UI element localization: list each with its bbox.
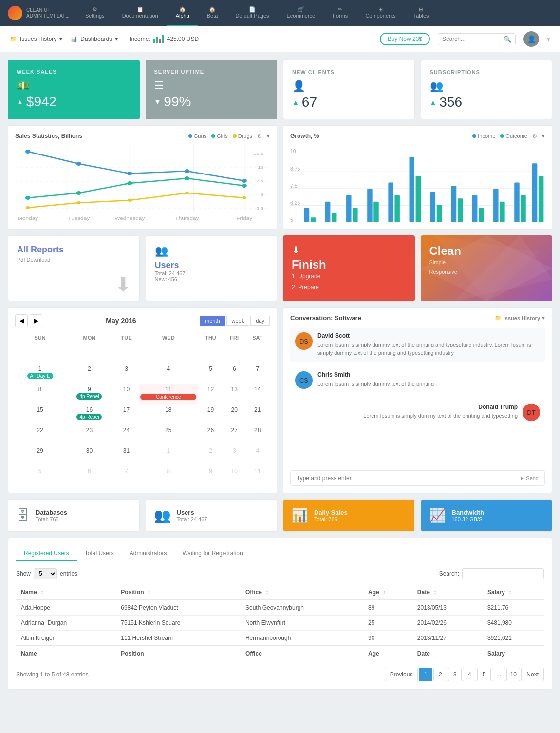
calendar-day[interactable]: 24 <box>114 424 139 445</box>
logo[interactable]: CLEAN UI ADMIN TEMPLATE <box>0 6 76 20</box>
calendar-day[interactable]: 6 <box>65 465 113 486</box>
calendar-day-view-button[interactable]: day <box>250 316 270 326</box>
nav-documentation[interactable]: 📋 Documentation <box>113 0 167 26</box>
calendar-day[interactable]: 13 <box>224 384 245 404</box>
calendar-day[interactable]: 21 <box>245 404 270 424</box>
calendar-day[interactable]: 7 <box>245 363 270 384</box>
calendar-day[interactable]: 22 <box>15 424 65 445</box>
nav-forms[interactable]: ✏ Forms <box>324 0 356 26</box>
col-position[interactable]: Position ↕ <box>116 585 241 600</box>
col-age[interactable]: Age ↕ <box>363 585 412 600</box>
buy-now-button[interactable]: Buy Now 23$ <box>380 33 430 45</box>
nav-settings[interactable]: ⚙ Settings <box>76 0 113 26</box>
show-entries-control: Show 5 10 25 entries <box>16 568 77 579</box>
calendar-month-view-button[interactable]: month <box>200 316 225 326</box>
nav-components[interactable]: ⊞ Components <box>356 0 404 26</box>
avatar[interactable]: 👤 <box>523 31 539 47</box>
calendar-day[interactable]: 94p Repei <box>65 384 113 404</box>
page-4-button[interactable]: 4 <box>463 668 476 681</box>
entries-select[interactable]: 5 10 25 <box>34 568 57 579</box>
nav-default-pages[interactable]: 📄 Default Pages <box>226 0 278 26</box>
page-10-button[interactable]: 10 <box>506 668 520 681</box>
calendar-day[interactable]: 11 <box>245 465 270 486</box>
page-2-button[interactable]: 2 <box>433 668 447 681</box>
calendar-day[interactable]: 5 <box>198 363 224 384</box>
calendar-day[interactable]: 17 <box>114 404 139 424</box>
send-button[interactable]: ➤ Send <box>520 475 539 482</box>
page-1-button[interactable]: 1 <box>419 668 432 681</box>
calendar-day[interactable]: 5 <box>15 465 65 486</box>
calendar-day[interactable]: 8 <box>139 465 198 486</box>
calendar-day[interactable]: 10 <box>224 465 245 486</box>
calendar-day[interactable]: 8 <box>15 384 65 404</box>
sort-icon: ↕ <box>265 589 268 596</box>
calendar-day[interactable]: 3 <box>224 445 245 465</box>
page-3-button[interactable]: 3 <box>448 668 462 681</box>
nav-alpha[interactable]: 🏠 Alpha <box>167 0 198 26</box>
calendar-day[interactable]: 19 <box>198 404 224 424</box>
avatar: CS <box>295 371 313 389</box>
calendar-day[interactable]: 20 <box>224 404 245 424</box>
calendar-day[interactable]: 26 <box>198 424 224 445</box>
calendar-day[interactable]: 1 <box>139 445 198 465</box>
tab-waiting-registration[interactable]: Waiting for Registration <box>174 546 250 561</box>
calendar-day[interactable]: 15 <box>15 404 65 424</box>
col-name[interactable]: Name ↕ <box>16 585 116 600</box>
calendar-day[interactable]: 28 <box>245 424 270 445</box>
calendar-day[interactable]: 12 <box>198 384 224 404</box>
calendar-day[interactable]: 11Conference <box>139 384 198 404</box>
svg-rect-55 <box>416 176 421 222</box>
calendar-day[interactable]: 4 <box>245 445 270 465</box>
widgets-row: All Reports Pdf Download ⬇ 👥 Users Total… <box>8 235 552 301</box>
svg-rect-48 <box>346 195 351 222</box>
svg-point-21 <box>128 199 131 202</box>
svg-rect-60 <box>472 195 477 222</box>
svg-text:10: 10 <box>290 149 296 154</box>
settings-icon[interactable]: ⚙ <box>257 133 262 139</box>
col-date[interactable]: Date ↕ <box>412 585 483 600</box>
calendar-day[interactable]: 4 <box>139 363 198 384</box>
calendar-day[interactable]: 6 <box>224 363 245 384</box>
nav-beta[interactable]: 🏠 Beta <box>198 0 227 26</box>
page-5-button[interactable]: 5 <box>477 668 491 681</box>
calendar-day[interactable]: 23 <box>65 424 113 445</box>
calendar-day[interactable]: 7 <box>114 465 139 486</box>
calendar-day[interactable]: 14 <box>245 384 270 404</box>
page-ellipsis[interactable]: ... <box>492 668 505 681</box>
calendar-day[interactable]: 29 <box>15 445 65 465</box>
tab-administrators[interactable]: Administrators <box>122 546 175 561</box>
calendar-day[interactable]: 25 <box>139 424 198 445</box>
users-widget: 👥 Users Total: 24 467 New: 456 <box>146 235 278 301</box>
chat-history-button[interactable]: 📁 Issues History ▾ <box>495 315 545 321</box>
calendar-prev-button[interactable]: ◀ <box>15 314 28 327</box>
breadcrumb-dashboards[interactable]: 📊 Dashboards ▾ <box>70 36 118 42</box>
calendar-day[interactable]: 18 <box>139 404 198 424</box>
calendar-day[interactable]: 1All Day E <box>15 363 65 384</box>
calendar-day[interactable]: 10 <box>114 384 139 404</box>
svg-rect-66 <box>532 163 537 222</box>
nav-tables[interactable]: ⊟ Tables <box>405 0 438 26</box>
col-salary[interactable]: Salary ↕ <box>483 585 544 600</box>
settings-icon[interactable]: ⚙ <box>532 133 537 139</box>
calendar-week-view-button[interactable]: week <box>226 316 250 326</box>
calendar-day[interactable]: 9 <box>198 465 224 486</box>
nav-ecommerce[interactable]: 🛒 Ecommerce <box>278 0 324 26</box>
calendar-day[interactable]: 2 <box>198 445 224 465</box>
tab-total-users[interactable]: Total Users <box>77 546 122 561</box>
calendar-day[interactable]: 3 <box>114 363 139 384</box>
chat-messages: DS David Scott Lorem Ipsum is simply dum… <box>290 328 545 465</box>
breadcrumb-issues-history[interactable]: 📁 Issues History ▾ <box>10 36 62 42</box>
table-search-input[interactable] <box>462 568 544 579</box>
calendar-day[interactable]: 2 <box>65 363 113 384</box>
col-office[interactable]: Office ↕ <box>241 585 363 600</box>
calendar-day[interactable]: 30 <box>65 445 113 465</box>
calendar-day[interactable]: 31 <box>114 445 139 465</box>
prev-page-button[interactable]: Previous <box>385 668 418 681</box>
calendar-day[interactable]: 27 <box>224 424 245 445</box>
chat-input[interactable] <box>297 475 520 482</box>
search-input[interactable] <box>442 36 501 42</box>
next-page-button[interactable]: Next <box>521 668 544 681</box>
calendar-day[interactable]: 164p Repei <box>65 404 113 424</box>
calendar-next-button[interactable]: ▶ <box>30 314 42 327</box>
tab-registered-users[interactable]: Registered Users <box>16 546 77 561</box>
